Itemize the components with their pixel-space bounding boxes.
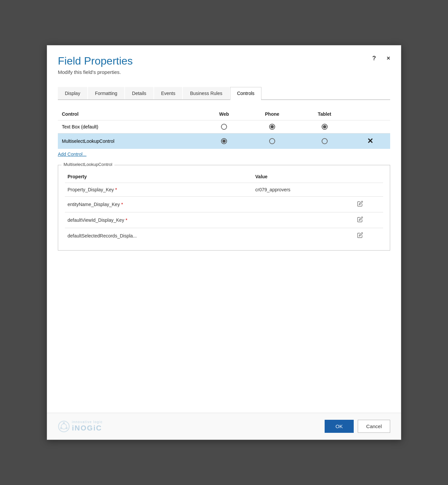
cancel-button[interactable]: Cancel xyxy=(358,420,390,433)
radio-icon[interactable] xyxy=(269,138,275,144)
properties-table: Property Value Property_Display_Key* cr0… xyxy=(65,171,383,244)
ok-button[interactable]: OK xyxy=(325,420,354,433)
prop-value-2 xyxy=(253,197,355,212)
table-row: Property_Display_Key* cr079_approvers xyxy=(65,183,383,197)
col-delete-header xyxy=(350,108,390,120)
dialog-header: Field Properties Modify this field's pro… xyxy=(47,45,401,80)
svg-point-2 xyxy=(63,422,65,424)
svg-point-3 xyxy=(66,427,68,429)
dialog-footer: innovative logic iNOGiC OK Cancel xyxy=(47,413,401,440)
properties-legend: MultiselectLookupControl xyxy=(62,162,114,167)
prop-col-property-header: Property xyxy=(65,171,253,183)
prop-key-3: defaultViewId_Display_Key* xyxy=(65,212,253,228)
tab-bar: Display Formatting Details Events Busine… xyxy=(58,87,390,100)
radio-icon[interactable] xyxy=(269,124,275,130)
dialog-body: Display Formatting Details Events Busine… xyxy=(47,80,401,413)
tab-controls[interactable]: Controls xyxy=(230,87,261,100)
control-name-textbox: Text Box (default) xyxy=(58,120,203,133)
controls-table: Control Web Phone Tablet Text Box (defau… xyxy=(58,108,390,149)
radio-icon[interactable] xyxy=(322,124,328,130)
required-star: * xyxy=(125,217,127,223)
prop-value-3 xyxy=(253,212,355,228)
phone-radio-multiselect[interactable] xyxy=(245,133,299,149)
col-tablet-header: Tablet xyxy=(299,108,350,120)
tab-business-rules[interactable]: Business Rules xyxy=(183,87,229,99)
table-row: entityName_Display_Key* xyxy=(65,197,383,212)
table-row: Text Box (default) xyxy=(58,120,390,133)
edit-icon[interactable] xyxy=(357,232,363,239)
prop-key-2: entityName_Display_Key* xyxy=(65,197,253,212)
edit-icon[interactable] xyxy=(357,216,363,224)
logo-text-container: innovative logic iNOGiC xyxy=(72,420,103,432)
prop-value-4 xyxy=(253,228,355,244)
edit-icon[interactable] xyxy=(357,201,363,208)
tab-events[interactable]: Events xyxy=(154,87,183,99)
col-phone-header: Phone xyxy=(245,108,299,120)
required-star: * xyxy=(121,202,123,207)
prop-key-4: defaultSelectedRecords_Displa... xyxy=(65,228,253,244)
tab-details[interactable]: Details xyxy=(125,87,153,99)
web-radio-multiselect[interactable] xyxy=(203,133,245,149)
table-row: MultiselectLookupControl ✕ xyxy=(58,133,390,149)
prop-key-1: Property_Display_Key* xyxy=(65,183,253,197)
required-star: * xyxy=(115,187,117,192)
logo-wrap: innovative logic iNOGiC xyxy=(58,420,103,432)
delete-control-button[interactable]: ✕ xyxy=(366,137,374,146)
dialog-header-actions: ? × xyxy=(369,54,393,63)
control-name-multiselect: MultiselectLookupControl xyxy=(58,133,203,149)
tablet-radio-multiselect[interactable] xyxy=(299,133,350,149)
inogic-logo-icon xyxy=(58,420,70,432)
dialog-title: Field Properties xyxy=(58,55,390,67)
prop-col-value-header: Value xyxy=(253,171,355,183)
web-radio-textbox[interactable] xyxy=(203,120,245,133)
controls-section: Control Web Phone Tablet Text Box (defau… xyxy=(58,108,390,157)
delete-cell-multiselect[interactable]: ✕ xyxy=(350,133,390,149)
tab-display[interactable]: Display xyxy=(58,87,87,99)
prop-action-4[interactable] xyxy=(354,228,383,244)
col-control-header: Control xyxy=(58,108,203,120)
prop-value-1: cr079_approvers xyxy=(253,183,355,197)
radio-icon[interactable] xyxy=(322,138,328,144)
radio-icon[interactable] xyxy=(221,124,227,130)
prop-col-action-header xyxy=(354,171,383,183)
properties-fieldset: MultiselectLookupControl Property Value … xyxy=(58,165,390,251)
close-button[interactable]: × xyxy=(384,54,393,63)
logo-text-top: innovative logic xyxy=(72,420,103,424)
svg-point-4 xyxy=(60,427,62,429)
radio-icon[interactable] xyxy=(221,138,227,144)
col-web-header: Web xyxy=(203,108,245,120)
add-control-link[interactable]: Add Control... xyxy=(58,152,87,157)
prop-action-1 xyxy=(354,183,383,197)
help-button[interactable]: ? xyxy=(369,54,378,63)
tab-formatting[interactable]: Formatting xyxy=(88,87,124,99)
inogic-logo: innovative logic iNOGiC xyxy=(58,420,103,432)
delete-cell-textbox xyxy=(350,120,390,133)
dialog-subtitle: Modify this field's properties. xyxy=(58,69,390,75)
phone-radio-textbox[interactable] xyxy=(245,120,299,133)
field-properties-dialog: Field Properties Modify this field's pro… xyxy=(47,45,401,440)
table-row: defaultViewId_Display_Key* xyxy=(65,212,383,228)
logo-text-bottom: iNOGiC xyxy=(72,424,103,432)
prop-action-3[interactable] xyxy=(354,212,383,228)
tablet-radio-textbox[interactable] xyxy=(299,120,350,133)
prop-action-2[interactable] xyxy=(354,197,383,212)
table-row: defaultSelectedRecords_Displa... xyxy=(65,228,383,244)
